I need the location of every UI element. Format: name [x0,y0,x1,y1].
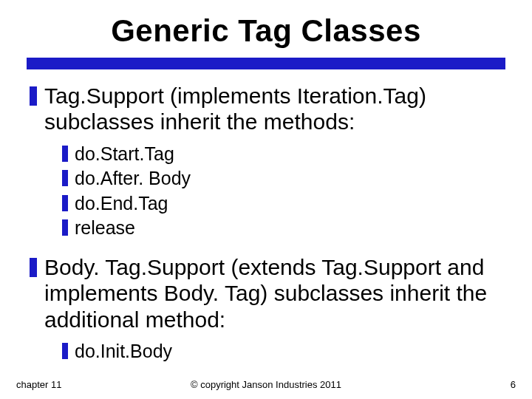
list-item: do.Start.Tag [62,143,505,166]
bullet-icon [62,343,68,359]
bullet-icon [62,146,68,162]
bullet-icon [62,219,68,236]
list-item: Tag.Support (implements Iteration.Tag) s… [30,83,505,135]
bullet-icon [30,258,37,277]
slide-content: Tag.Support (implements Iteration.Tag) s… [27,83,505,362]
sublist-item-text: do.After. Body [75,167,191,190]
sublist-item-text: release [75,216,135,239]
list-item: Body. Tag.Support (extends Tag.Support a… [30,254,505,332]
sublist-item-text: do.Start.Tag [75,143,174,166]
list-item: do.End.Tag [62,192,505,215]
list-item: do.Init.Body [62,340,505,363]
title-underline [27,58,505,69]
footer-center: © copyright Janson Industries 2011 [0,379,532,390]
slide: Generic Tag Classes Tag.Support (impleme… [0,0,532,399]
list-item-text: Body. Tag.Support (extends Tag.Support a… [44,254,505,332]
sublist-item-text: do.Init.Body [75,340,172,363]
list-item-text: Tag.Support (implements Iteration.Tag) s… [44,83,505,135]
sublist: do.Init.Body [62,340,505,363]
sublist-item-text: do.End.Tag [75,192,168,215]
bullet-icon [30,86,37,106]
bullet-icon [62,195,68,211]
sublist: do.Start.Tag do.After. Body do.End.Tag r… [62,143,505,239]
list-item: do.After. Body [62,167,505,190]
slide-footer: chapter 11 © copyright Janson Industries… [0,379,532,390]
list-item: release [62,216,505,239]
bullet-icon [62,170,68,186]
slide-title: Generic Tag Classes [27,13,505,49]
